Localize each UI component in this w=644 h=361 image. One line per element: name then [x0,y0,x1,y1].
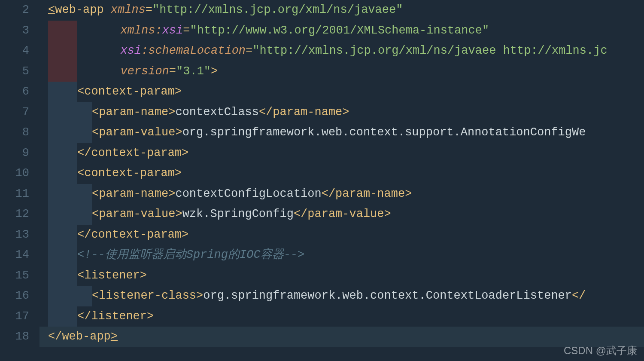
xml-text: org.springframework.web.context.ContextL… [203,289,572,302]
indent-guide [77,184,92,205]
xml-tag: <context-param> [77,85,182,98]
xml-attr: xsi [162,24,183,37]
line-number: 8 [0,122,39,143]
line-number: 7 [0,102,39,123]
indent-guide [48,306,77,327]
indent-guide [48,122,77,143]
indent-guide [48,61,77,82]
line-number: 16 [0,286,39,306]
xml-text: wzk.SpringConfig [182,208,294,220]
xml-string: "http://www.w3.org/2001/XMLSchema-instan… [190,24,489,37]
line-number: 18 [0,327,39,347]
xml-tag: web-app [62,330,110,343]
line-number: 12 [0,204,39,225]
code-line: <context-param> [39,163,644,184]
code-line: version="3.1"> [39,61,644,82]
xml-tag: </ [572,289,586,302]
code-line: <listener> [39,266,644,286]
line-number: 13 [0,225,39,245]
line-number: 11 [0,184,39,205]
xml-attr: version [120,65,169,78]
xml-attr: xsi [120,44,141,57]
code-line: <listener-class>org.springframework.web.… [39,286,644,306]
indent-guide [77,122,92,143]
indent-guide [48,21,77,41]
xml-attr: xmlns: [120,24,162,37]
xml-text: contextConfigLocation [175,187,321,200]
code-line: <param-value>org.springframework.web.con… [39,122,644,143]
xml-tag: <listener> [77,269,147,282]
xml-punct: > [211,65,218,78]
code-line: <web-app xmlns="http://xmlns.jcp.org/xml… [39,0,644,21]
line-number: 2 [0,0,39,21]
xml-punct: </ [48,330,62,343]
indent-guide [77,102,92,123]
line-number: 14 [0,245,39,266]
xml-attr: schemaLocation [148,44,246,57]
code-line: <param-value>wzk.SpringConfig</param-val… [39,204,644,225]
xml-tag: <context-param> [77,167,182,180]
xml-tag: </param-name> [322,187,412,200]
line-number: 17 [0,306,39,327]
line-number: 4 [0,41,39,61]
line-number: 10 [0,163,39,184]
code-line: </context-param> [39,225,644,245]
code-line: </context-param> [39,143,644,164]
code-line: <!--使用监听器启动Spring的IOC容器--> [39,245,644,266]
code-line: xmlns:xsi="http://www.w3.org/2001/XMLSch… [39,21,644,41]
indent-guide [48,41,77,61]
xml-string: "3.1" [176,65,211,78]
indent-guide [48,143,77,164]
xml-string: "http://xmlns.jcp.org/xml/ns/javaee" [152,3,403,16]
code-line: <context-param> [39,82,644,102]
indent-guide [48,204,77,225]
xml-tag: </context-param> [77,147,188,159]
xml-tag: <param-value> [92,208,182,220]
indent-guide [48,225,77,245]
code-line-current: </web-app> [39,327,644,347]
indent-guide [48,102,77,123]
xml-text: org.springframework.web.context.support.… [182,126,586,139]
line-number: 9 [0,143,39,164]
xml-tag: </param-value> [294,208,391,220]
indent-guide [77,286,92,306]
indent-guide [48,163,77,184]
code-line: <param-name>contextConfigLocation</param… [39,184,644,205]
xml-attr: : [141,44,148,57]
indent-guide [48,82,77,102]
code-editor[interactable]: 2 3 4 5 6 7 8 9 10 11 12 13 14 15 16 17 … [0,0,644,361]
line-number: 5 [0,61,39,82]
xml-text: contextClass [175,106,258,119]
code-line: xsi:schemaLocation="http://xmlns.jcp.org… [39,41,644,61]
xml-tag: </listener> [77,310,154,323]
xml-string: "http://xmlns.jcp.org/xml/ns/javaee http… [252,44,607,57]
line-number: 15 [0,266,39,286]
indent-guide [48,266,77,286]
indent-guide [48,184,77,205]
code-line: <param-name>contextClass</param-name> [39,102,644,123]
xml-punct: > [111,330,118,343]
code-area[interactable]: <web-app xmlns="http://xmlns.jcp.org/xml… [39,0,644,361]
indent-guide [48,245,77,266]
watermark: CSDN @武子康 [564,344,637,358]
code-line: </listener> [39,306,644,327]
xml-punct: = [146,3,152,16]
xml-attr: xmlns [111,3,146,16]
xml-tag: web-app [55,3,103,16]
xml-tag: <listener-class> [92,289,203,302]
xml-punct: = [246,44,252,57]
gutter: 2 3 4 5 6 7 8 9 10 11 12 13 14 15 16 17 … [0,0,39,361]
xml-tag: <param-name> [92,187,175,200]
line-number: 3 [0,21,39,41]
xml-tag: <param-name> [92,106,175,119]
xml-tag: </param-name> [259,106,349,119]
line-number: 6 [0,82,39,102]
xml-punct: < [48,3,55,16]
xml-tag: </context-param> [77,228,188,241]
xml-comment: <!--使用监听器启动Spring的IOC容器--> [77,248,304,261]
indent-guide [77,204,92,225]
indent-guide [48,286,77,306]
xml-tag: <param-value> [92,126,182,139]
xml-punct: = [169,65,176,78]
xml-punct: = [183,24,190,37]
